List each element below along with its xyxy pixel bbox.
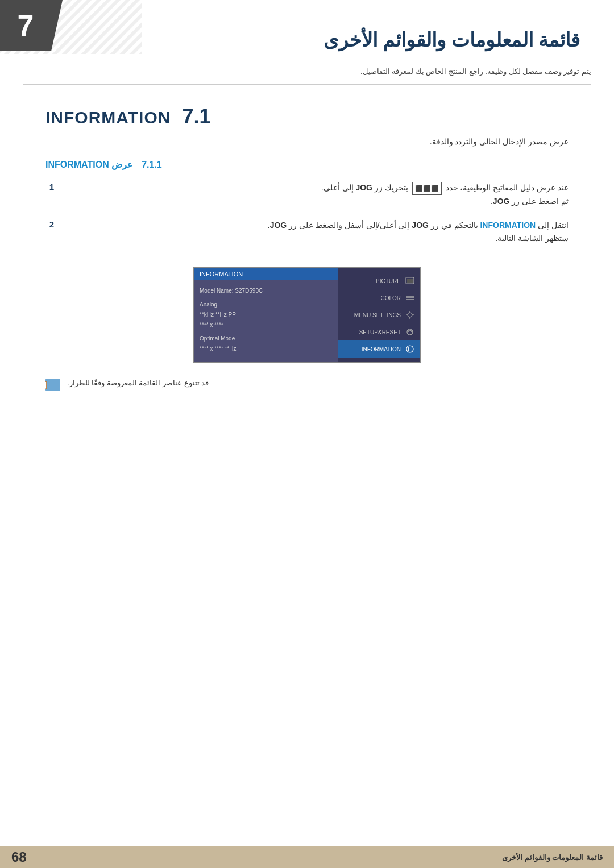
step-2-number: 2 — [45, 219, 58, 229]
osd-right-content: Model Name: S27D590C Analog **kHz **Hz P… — [194, 280, 338, 360]
osd-item-picture: PICTURE — [338, 272, 420, 289]
subsection-header: 7.1.1 عرض INFORMATION — [0, 149, 614, 176]
osd-analog: Analog — [200, 300, 332, 310]
osd-color-label: COLOR — [380, 295, 401, 301]
color-icon — [405, 293, 414, 302]
subsection-title: عرض INFORMATION — [45, 159, 133, 170]
svg-rect-3 — [407, 279, 413, 283]
osd-menu-settings-label: MENU SETTINGS — [354, 312, 401, 318]
step-2-content: انتقل إلى INFORMATION بالتحكم في زر JOG … — [65, 219, 569, 246]
svg-point-7 — [408, 313, 412, 317]
footer-chapter-label: قائمة المعلومات والقوائم الأخرى — [502, 853, 603, 862]
subsection-number: 7.1.1 — [142, 160, 162, 170]
chapter-header: 7 قائمة المعلومات والقوائم الأخرى — [0, 0, 614, 63]
osd-picture-label: PICTURE — [376, 278, 401, 284]
section-description: عرض مصدر الإدخال الحالي والتردد والدقة. — [0, 134, 614, 149]
information-icon: i — [405, 344, 414, 354]
osd-item-color: COLOR — [338, 289, 420, 306]
divider — [23, 84, 591, 85]
step-2: انتقل إلى INFORMATION بالتحكم في زر JOG … — [45, 219, 569, 246]
osd-item-menu-settings: MENU SETTINGS — [338, 306, 420, 323]
section-number: 7.1 — [182, 105, 210, 128]
osd-item-information: i INFORMATION — [338, 340, 420, 358]
setup-reset-icon — [405, 327, 414, 337]
osd-container: PICTURE COLOR ME — [0, 261, 614, 374]
osd-right-panel: INFORMATION Model Name: S27D590C Analog … — [194, 268, 338, 362]
osd-menu: PICTURE COLOR ME — [193, 267, 421, 363]
note-text: قد تتنوع عناصر القائمة المعروضة وفقًا لل… — [67, 379, 209, 387]
footer-page-number: 68 — [11, 849, 27, 865]
menu-settings-icon — [405, 310, 414, 319]
osd-item-setup-reset: SETUP&RESET — [338, 323, 420, 340]
osd-optimal-mode-value: **** x **** **Hz — [200, 344, 332, 354]
section-title: INFORMATION — [45, 108, 171, 127]
note-icon: 📋 — [45, 379, 60, 391]
osd-left-panel: PICTURE COLOR ME — [338, 268, 420, 362]
osd-right-header: INFORMATION — [194, 268, 338, 280]
osd-setup-reset-label: SETUP&RESET — [359, 329, 401, 335]
footer: قائمة المعلومات والقوائم الأخرى 68 — [0, 846, 614, 868]
picture-icon — [405, 276, 414, 285]
step-1: عند عرض دليل المفاتيح الوظيفية، حدد ⬛⬛⬛ … — [45, 181, 569, 209]
step-1-content: عند عرض دليل المفاتيح الوظيفية، حدد ⬛⬛⬛ … — [65, 181, 569, 209]
step-1-number: 1 — [45, 182, 58, 192]
osd-resolution: **** x **** — [200, 320, 332, 330]
osd-optimal-mode-label: Optimal Mode — [200, 334, 332, 344]
chapter-subtitle: يتم توفير وصف مفصل لكل وظيفة. راجع المنت… — [0, 63, 614, 76]
note-box: قد تتنوع عناصر القائمة المعروضة وفقًا لل… — [0, 374, 614, 396]
svg-text:i: i — [408, 347, 409, 352]
section-header: 7.1 INFORMATION — [0, 93, 614, 134]
steps-container: عند عرض دليل المفاتيح الوظيفية، حدد ⬛⬛⬛ … — [0, 176, 614, 261]
osd-model-name: Model Name: S27D590C — [200, 286, 332, 296]
osd-information-label: INFORMATION — [362, 346, 401, 352]
osd-freq: **kHz **Hz PP — [200, 310, 332, 320]
chapter-title: قائمة المعلومات والقوائم الأخرى — [23, 17, 591, 51]
